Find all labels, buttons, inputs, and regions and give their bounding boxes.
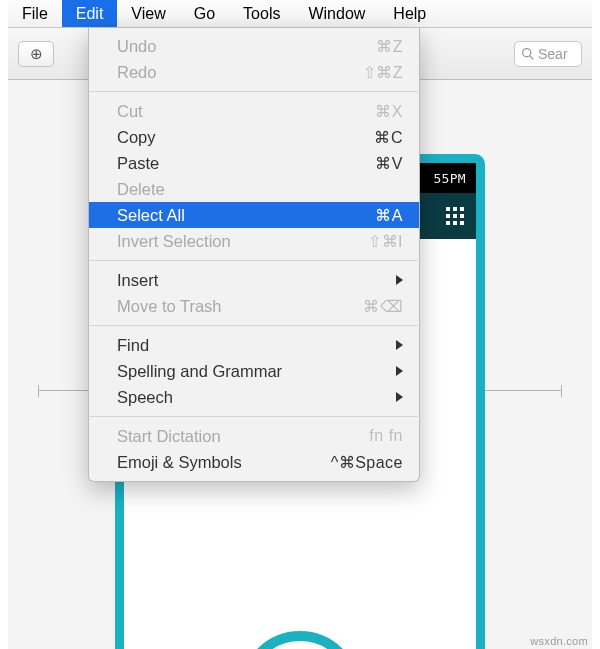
brand-circle: M bbox=[240, 631, 360, 649]
menuitem-label: Spelling and Grammar bbox=[117, 362, 282, 381]
menuitem-select-all[interactable]: Select All⌘A bbox=[89, 202, 419, 228]
menuitem-shortcut: ⌘A bbox=[375, 206, 403, 225]
apps-grid-icon bbox=[446, 207, 464, 225]
search-input[interactable]: Sear bbox=[514, 41, 582, 67]
watermark-text: wsxdn.com bbox=[530, 635, 588, 647]
zoom-in-icon: ⊕ bbox=[30, 45, 43, 63]
submenu-arrow-icon bbox=[396, 366, 403, 376]
menuitem-emoji-symbols[interactable]: Emoji & Symbols^⌘Space bbox=[89, 449, 419, 475]
system-menubar: File Edit View Go Tools Window Help bbox=[8, 0, 592, 28]
menu-tools[interactable]: Tools bbox=[229, 0, 294, 27]
menuitem-label: Move to Trash bbox=[117, 297, 222, 316]
menuitem-cut: Cut⌘X bbox=[89, 98, 419, 124]
menuitem-find[interactable]: Find bbox=[89, 332, 419, 358]
menu-separator bbox=[90, 260, 418, 261]
menuitem-paste[interactable]: Paste⌘V bbox=[89, 150, 419, 176]
search-placeholder: Sear bbox=[538, 46, 568, 62]
zoom-in-button[interactable]: ⊕ bbox=[18, 41, 54, 67]
menu-view[interactable]: View bbox=[117, 0, 179, 27]
menuitem-label: Find bbox=[117, 336, 149, 355]
menuitem-shortcut: ⌘X bbox=[375, 102, 403, 121]
menuitem-shortcut: ⇧⌘I bbox=[368, 232, 403, 251]
menu-separator bbox=[90, 91, 418, 92]
menuitem-delete: Delete bbox=[89, 176, 419, 202]
menuitem-undo: Undo⌘Z bbox=[89, 33, 419, 59]
menu-file[interactable]: File bbox=[8, 0, 62, 27]
menuitem-label: Redo bbox=[117, 63, 156, 82]
menuitem-move-to-trash: Move to Trash⌘⌫ bbox=[89, 293, 419, 319]
submenu-arrow-icon bbox=[396, 340, 403, 350]
menuitem-label: Speech bbox=[117, 388, 173, 407]
menuitem-shortcut: ⌘Z bbox=[376, 37, 403, 56]
menuitem-label: Insert bbox=[117, 271, 158, 290]
menuitem-spelling-and-grammar[interactable]: Spelling and Grammar bbox=[89, 358, 419, 384]
menu-go[interactable]: Go bbox=[180, 0, 229, 27]
menu-edit[interactable]: Edit bbox=[62, 0, 118, 27]
menuitem-start-dictation: Start Dictationfn fn bbox=[89, 423, 419, 449]
submenu-arrow-icon bbox=[396, 392, 403, 402]
menuitem-shortcut: ⌘⌫ bbox=[363, 297, 403, 316]
menu-help[interactable]: Help bbox=[379, 0, 440, 27]
menuitem-copy[interactable]: Copy⌘C bbox=[89, 124, 419, 150]
menuitem-speech[interactable]: Speech bbox=[89, 384, 419, 410]
search-icon bbox=[521, 47, 534, 60]
menuitem-shortcut: ⇧⌘Z bbox=[363, 63, 403, 82]
svg-point-0 bbox=[523, 49, 531, 57]
menuitem-label: Undo bbox=[117, 37, 156, 56]
app-window: File Edit View Go Tools Window Help ⊕ Se… bbox=[0, 0, 600, 649]
svg-line-1 bbox=[530, 56, 533, 59]
menuitem-label: Emoji & Symbols bbox=[117, 453, 242, 472]
menuitem-shortcut: ⌘V bbox=[375, 154, 403, 173]
menuitem-shortcut: ^⌘Space bbox=[331, 453, 403, 472]
menuitem-label: Invert Selection bbox=[117, 232, 231, 251]
menuitem-label: Paste bbox=[117, 154, 159, 173]
menu-separator bbox=[90, 416, 418, 417]
menuitem-label: Cut bbox=[117, 102, 143, 121]
menuitem-label: Delete bbox=[117, 180, 165, 199]
menuitem-invert-selection: Invert Selection⇧⌘I bbox=[89, 228, 419, 254]
menuitem-redo: Redo⇧⌘Z bbox=[89, 59, 419, 85]
menuitem-shortcut: fn fn bbox=[369, 427, 403, 445]
menuitem-label: Select All bbox=[117, 206, 185, 225]
menuitem-label: Copy bbox=[117, 128, 156, 147]
menuitem-shortcut: ⌘C bbox=[374, 128, 403, 147]
edit-menu-dropdown: Undo⌘ZRedo⇧⌘ZCut⌘XCopy⌘CPaste⌘VDeleteSel… bbox=[88, 28, 420, 482]
menuitem-insert[interactable]: Insert bbox=[89, 267, 419, 293]
menu-window[interactable]: Window bbox=[294, 0, 379, 27]
menu-separator bbox=[90, 325, 418, 326]
status-time: 55PM bbox=[433, 171, 466, 186]
submenu-arrow-icon bbox=[396, 275, 403, 285]
menuitem-label: Start Dictation bbox=[117, 427, 221, 446]
